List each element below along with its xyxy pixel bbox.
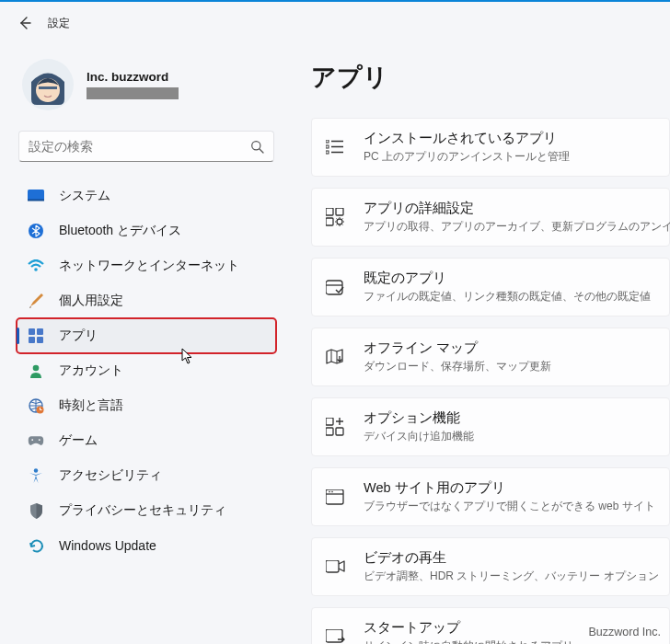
card-subtitle: ビデオ調整、HDR ストリーミング、バッテリー オプション [364,569,659,584]
main-content: アプリ インストールされているアプリ PC 上のアプリのアンインストールと管理 … [285,44,670,644]
list-icon [325,137,345,157]
sidebar-item-windows-update[interactable]: Windows Update [17,528,276,563]
sidebar-item-label: プライバシーとセキュリティ [59,502,226,519]
window-title: 設定 [48,16,70,31]
svg-rect-9 [37,328,43,335]
sidebar-item-label: アクセシビリティ [59,467,162,484]
svg-rect-11 [37,337,43,343]
card-default-apps[interactable]: 既定のアプリ ファイルの既定値、リンク種類の既定値、その他の既定値 [311,258,670,316]
update-icon [28,537,44,554]
svg-point-17 [34,468,38,472]
card-title: 既定のアプリ [364,270,651,287]
sidebar-item-personalization[interactable]: 個人用設定 [17,283,276,318]
card-title: インストールされているアプリ [364,130,570,147]
sidebar-item-accessibility[interactable]: アクセシビリティ [17,458,276,493]
user-block[interactable]: lnc. buzzword [17,53,285,127]
sidebar-item-label: アカウント [59,362,123,379]
back-icon[interactable] [18,17,31,29]
sidebar-item-label: 時刻と言語 [59,397,123,414]
sidebar-item-label: Windows Update [59,538,156,553]
sidebar-item-bluetooth[interactable]: Bluetooth とデバイス [17,213,276,248]
svg-rect-20 [326,151,329,154]
card-title: ビデオの再生 [364,549,659,567]
svg-rect-22 [336,208,343,215]
card-app-advanced[interactable]: アプリの詳細設定 アプリの取得、アプリのアーカイブ、更新プログラムのアンインスト… [311,188,670,247]
sidebar-item-gaming[interactable]: ゲーム [17,423,276,458]
svg-point-12 [33,365,40,372]
search-input[interactable] [29,139,250,154]
svg-rect-21 [326,208,333,215]
svg-point-24 [337,219,342,224]
map-icon [325,347,345,367]
shield-icon [28,502,44,519]
card-video-playback[interactable]: ビデオの再生 ビデオ調整、HDR ストリーミング、バッテリー オプション [311,537,670,596]
sidebar-item-network[interactable]: ネットワークとインターネット [17,248,276,283]
svg-point-31 [331,490,333,492]
svg-point-7 [34,268,38,271]
system-icon [28,188,44,204]
sidebar-item-apps[interactable]: アプリ [17,318,276,353]
search-icon [250,140,264,154]
bluetooth-icon [28,223,44,239]
card-title: アプリの詳細設定 [364,200,670,217]
svg-rect-18 [326,140,329,143]
watermark: Buzzword Inc. [588,626,661,638]
svg-rect-26 [326,418,333,425]
sidebar-item-label: システム [59,188,110,204]
card-subtitle: デバイス向け追加機能 [364,429,474,444]
accessibility-icon [28,467,44,484]
sidebar-item-time-language[interactable]: 時刻と言語 [17,388,276,423]
sidebar-item-label: 個人用設定 [59,293,123,309]
card-subtitle: ダウンロード、保存場所、マップ更新 [364,359,551,374]
svg-rect-2 [39,86,57,89]
nav-list: システム Bluetooth とデバイス ネットワークとインターネット 個人用設… [17,178,285,563]
page-title: アプリ [311,61,670,94]
user-name: lnc. buzzword [87,70,179,84]
sidebar-item-label: アプリ [59,328,98,344]
avatar [22,59,74,110]
user-email-redacted [87,87,179,99]
svg-rect-19 [326,145,329,148]
sidebar-item-label: ゲーム [59,432,98,449]
svg-point-16 [39,439,40,441]
window-icon [325,487,345,507]
card-website-apps[interactable]: Web サイト用のアプリ ブラウザーではなくアプリで開くことができる web サ… [311,467,670,526]
card-subtitle: PC 上のアプリのアンインストールと管理 [364,149,570,165]
person-icon [28,362,44,379]
card-subtitle: サインイン時に自動的に開始されるアプリ [364,638,573,644]
svg-rect-29 [326,489,343,504]
sidebar-item-label: ネットワークとインターネット [59,258,239,274]
sidebar-item-privacy[interactable]: プライバシーとセキュリティ [17,493,276,528]
svg-rect-27 [326,428,333,435]
svg-point-15 [31,439,33,441]
svg-rect-10 [29,337,35,343]
video-icon [325,557,345,577]
svg-rect-5 [28,200,44,201]
svg-rect-23 [326,218,333,225]
search-box[interactable] [18,131,274,162]
add-grid-icon [325,417,345,437]
sidebar-item-label: Bluetooth とデバイス [59,223,181,239]
brush-icon [28,293,44,309]
svg-point-3 [252,141,260,149]
card-offline-maps[interactable]: オフライン マップ ダウンロード、保存場所、マップ更新 [311,328,670,386]
card-installed-apps[interactable]: インストールされているアプリ PC 上のアプリのアンインストールと管理 [311,118,670,177]
svg-rect-25 [326,281,342,294]
svg-rect-32 [326,560,339,572]
globe-clock-icon [28,397,44,414]
sidebar-item-accounts[interactable]: アカウント [17,353,276,388]
card-subtitle: ファイルの既定値、リンク種類の既定値、その他の既定値 [364,289,651,305]
card-subtitle: アプリの取得、アプリのアーカイブ、更新プログラムのアンインストールを行う場 [364,219,670,235]
default-icon [325,277,345,297]
sidebar-item-system[interactable]: システム [17,178,276,213]
svg-rect-4 [28,190,44,201]
apps-icon [28,328,44,344]
card-optional-features[interactable]: オプション機能 デバイス向け追加機能 [311,397,670,456]
sidebar: lnc. buzzword システム Bluetooth とデバイス ネットワー… [0,44,285,644]
apps-gear-icon [325,207,345,227]
svg-rect-33 [326,629,342,642]
gamepad-icon [28,432,44,449]
svg-rect-28 [336,428,343,435]
svg-point-30 [329,490,330,492]
wifi-icon [28,258,44,274]
